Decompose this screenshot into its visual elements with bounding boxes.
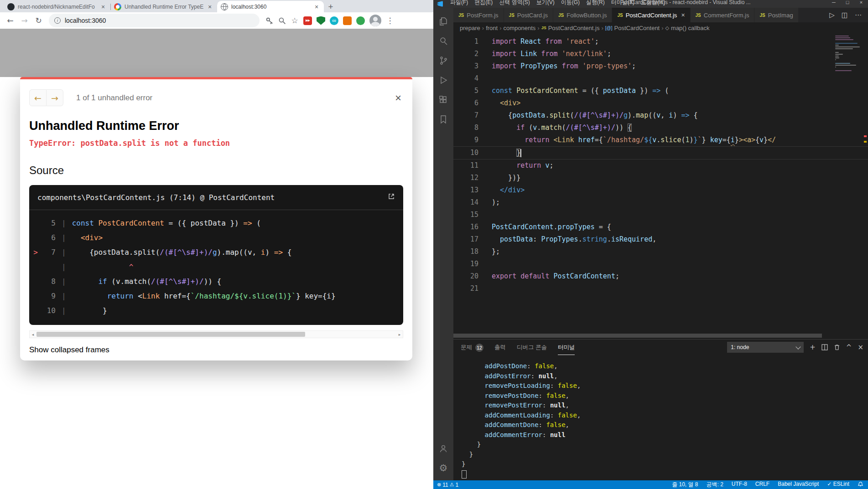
status-item[interactable]: CRLF [755, 481, 769, 489]
new-tab-button[interactable]: + [324, 1, 338, 12]
chevron-right-icon: › [660, 25, 665, 31]
terminal-shell-select[interactable]: 1: node [727, 342, 804, 353]
tab-close-icon[interactable]: × [206, 3, 213, 10]
tab-title: react-nodebird/NicknameEditFo [18, 4, 99, 10]
scrollbar-thumb[interactable] [36, 332, 305, 337]
editor-lines: 1import React from 'react';2import Link … [453, 33, 868, 295]
editor-tab[interactable]: JSPostCard.js [504, 8, 553, 22]
next-error-button[interactable]: → [47, 89, 63, 106]
code-frame-hscrollbar[interactable]: ◂ ▸ [29, 330, 403, 338]
breadcrumb-item[interactable]: JSPostCardContent.js [541, 25, 600, 31]
explorer-icon[interactable] [433, 11, 453, 31]
github-icon [7, 3, 15, 10]
menu-item[interactable]: 파일(F) [447, 0, 471, 8]
menu-item[interactable]: 실행(R) [583, 0, 608, 8]
terminal-output[interactable]: addPostDone: false, addPostError: null, … [453, 355, 868, 480]
back-icon[interactable]: ← [4, 16, 17, 25]
minimap-line [835, 56, 839, 57]
line-number [42, 260, 56, 274]
address-bar[interactable]: i localhost:3060 [49, 14, 260, 27]
account-icon[interactable] [433, 438, 453, 458]
new-terminal-icon[interactable]: + [810, 343, 816, 351]
editor-tab[interactable]: JSPostCardContent.js× [612, 8, 690, 22]
editor-tab[interactable]: JSCommentForm.js [691, 8, 755, 22]
reload-icon[interactable]: ↻ [32, 16, 45, 25]
extensions-icon[interactable] [433, 90, 453, 109]
source-control-icon[interactable] [433, 51, 453, 70]
code-text: import React from 'react'; [492, 36, 599, 48]
status-item[interactable]: 공백: 2 [707, 481, 723, 489]
notifications-bell-icon[interactable] [858, 481, 863, 489]
split-terminal-icon[interactable] [821, 344, 828, 350]
panel-tab[interactable]: 디버그 콘솔 [517, 340, 547, 355]
maximize-panel-icon[interactable]: ^ [846, 343, 852, 351]
bookmark-star-icon[interactable]: ☆ [289, 16, 301, 26]
open-in-editor-icon[interactable] [388, 193, 395, 202]
panel-tab[interactable]: 출력 [494, 340, 506, 355]
status-item[interactable]: Babel JavaScript [778, 481, 819, 489]
zoom-icon[interactable] [276, 17, 288, 25]
tab-close-icon[interactable]: × [99, 3, 107, 10]
breadcrumb-item[interactable]: ◇map() callback [665, 25, 710, 31]
page-viewport: ← → 1 of 1 unhandled error × Unhandled R… [0, 29, 433, 489]
browser-menu-icon[interactable]: ⋮ [384, 16, 396, 26]
breadcrumb-item[interactable]: prepare [460, 25, 480, 31]
status-item[interactable]: 줄 10, 열 8 [672, 481, 698, 489]
editor-tab[interactable]: JSPostImag [754, 8, 798, 22]
panel-tab[interactable]: 문제12 [461, 340, 483, 355]
menu-item[interactable]: 편집(E) [471, 0, 496, 8]
forward-icon[interactable]: → [18, 16, 31, 25]
error-count: 11 [442, 482, 448, 488]
menu-item[interactable]: 선택 영역(S) [496, 0, 533, 8]
kill-terminal-trash-icon[interactable] [834, 344, 840, 350]
menu-item[interactable]: 보기(V) [533, 0, 558, 8]
bookmarks-icon[interactable] [433, 109, 453, 129]
scroll-right-icon[interactable]: ▸ [396, 332, 403, 337]
browser-tab[interactable]: localhost:3060× [217, 1, 324, 12]
extension-shield-icon[interactable] [317, 16, 325, 25]
close-icon[interactable]: × [395, 93, 401, 103]
status-item[interactable]: ✓ ESLint [827, 481, 849, 489]
editor-hscrollbar[interactable] [453, 334, 833, 338]
search-icon[interactable] [433, 31, 453, 51]
browser-tab[interactable]: Unhandled Runtime Error TypeE× [110, 1, 217, 12]
more-actions-icon[interactable]: ⋯ [855, 11, 862, 19]
close-window-icon[interactable]: × [854, 0, 868, 8]
maximize-icon[interactable]: □ [841, 0, 854, 8]
scroll-left-icon[interactable]: ◂ [30, 332, 36, 337]
tab-close-icon[interactable]: × [313, 3, 320, 10]
show-collapsed-frames-link[interactable]: Show collapsed frames [20, 338, 412, 362]
profile-avatar[interactable] [369, 15, 381, 26]
line-number: 20 [453, 270, 478, 283]
problems-status[interactable]: ⊗ 11 ⚠ 1 [437, 482, 458, 488]
split-editor-icon[interactable]: ◫ [842, 11, 848, 19]
extension-green-icon[interactable] [356, 16, 365, 25]
run-debug-icon[interactable] [433, 70, 453, 90]
minimize-icon[interactable]: ─ [827, 0, 841, 8]
breadcrumb-item[interactable]: front [486, 25, 498, 31]
menu-item[interactable]: 이동(G) [558, 0, 583, 8]
key-icon[interactable] [263, 17, 275, 25]
code-line: 21 [453, 283, 868, 295]
settings-gear-icon[interactable]: ⚙ [433, 458, 453, 478]
page-info-icon[interactable]: i [54, 17, 61, 24]
extension-orange-icon[interactable] [343, 16, 352, 25]
previous-error-button[interactable]: ← [29, 89, 47, 106]
extension-devtools-icon[interactable]: ▶▶ [303, 16, 312, 25]
code-editor[interactable]: 1import React from 'react';2import Link … [453, 33, 868, 339]
line-number: 5 [453, 85, 478, 97]
minimap[interactable] [835, 36, 861, 73]
breadcrumb-item[interactable]: [@]PostCardContent [605, 25, 660, 31]
panel-tab[interactable]: 터미널 [558, 340, 575, 355]
extension-infinity-icon[interactable]: ∞ [330, 16, 338, 25]
breadcrumb-item[interactable]: components [504, 25, 536, 31]
code-line: 20export default PostCardContent; [453, 270, 868, 283]
js-file-icon: JS [541, 26, 546, 30]
run-file-icon[interactable]: ▷ [829, 11, 835, 19]
status-item[interactable]: UTF-8 [732, 481, 747, 489]
editor-tab[interactable]: JSFollowButton.js [553, 8, 612, 22]
tab-close-icon[interactable]: × [681, 11, 685, 19]
close-panel-icon[interactable]: × [858, 343, 863, 351]
editor-tab[interactable]: JSPostForm.js [453, 8, 504, 22]
browser-tab[interactable]: react-nodebird/NicknameEditFo× [4, 1, 110, 12]
